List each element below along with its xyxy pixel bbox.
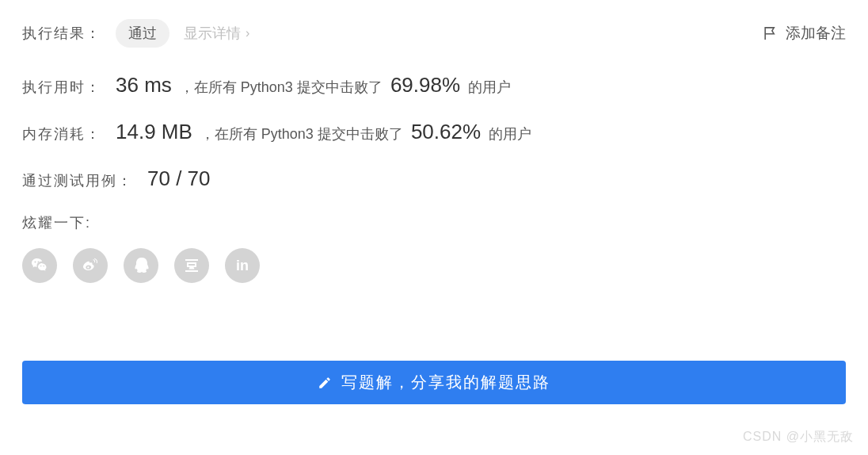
testcases-label: 通过测试用例： — [22, 171, 133, 190]
add-note-button[interactable]: 添加备注 — [763, 23, 846, 44]
result-label: 执行结果： — [22, 24, 101, 43]
memory-row: 内存消耗： 14.9 MB ，在所有 Python3 提交中击败了 50.62%… — [22, 120, 846, 144]
add-note-label: 添加备注 — [786, 23, 846, 44]
watermark: CSDN @小黑无敌 — [743, 429, 854, 445]
weibo-icon[interactable] — [73, 248, 108, 283]
memory-text-prefix: ，在所有 Python3 提交中击败了 — [200, 124, 403, 143]
runtime-percent: 69.98% — [390, 73, 460, 98]
memory-value: 14.9 MB — [116, 120, 192, 144]
wechat-icon[interactable] — [22, 248, 57, 283]
write-solution-label: 写题解，分享我的解题思路 — [341, 372, 550, 393]
pencil-icon — [318, 376, 332, 390]
runtime-text-suffix: 的用户 — [468, 78, 511, 97]
memory-text-suffix: 的用户 — [489, 124, 531, 143]
flag-icon — [763, 25, 778, 42]
linkedin-icon[interactable]: in — [225, 248, 260, 283]
runtime-label: 执行用时： — [22, 78, 101, 97]
share-icons-row: in — [22, 248, 846, 283]
header-left: 执行结果： 通过 显示详情 › — [22, 19, 249, 48]
douban-icon[interactable] — [174, 248, 209, 283]
testcases-value: 70 / 70 — [147, 166, 211, 191]
qq-icon[interactable] — [124, 248, 158, 283]
runtime-text-prefix: ，在所有 Python3 提交中击败了 — [180, 78, 383, 97]
header-row: 执行结果： 通过 显示详情 › 添加备注 — [22, 19, 846, 48]
show-off-label: 炫耀一下: — [22, 213, 846, 232]
chevron-right-icon: › — [246, 26, 249, 40]
runtime-row: 执行用时： 36 ms ，在所有 Python3 提交中击败了 69.98% 的… — [22, 73, 846, 98]
show-detail-link[interactable]: 显示详情 › — [184, 24, 249, 43]
testcases-row: 通过测试用例： 70 / 70 — [22, 166, 846, 191]
memory-label: 内存消耗： — [22, 124, 101, 143]
memory-percent: 50.62% — [411, 120, 481, 144]
detail-link-text: 显示详情 — [184, 24, 241, 43]
write-solution-button[interactable]: 写题解，分享我的解题思路 — [22, 361, 846, 404]
runtime-value: 36 ms — [116, 73, 172, 98]
status-badge: 通过 — [116, 19, 169, 48]
